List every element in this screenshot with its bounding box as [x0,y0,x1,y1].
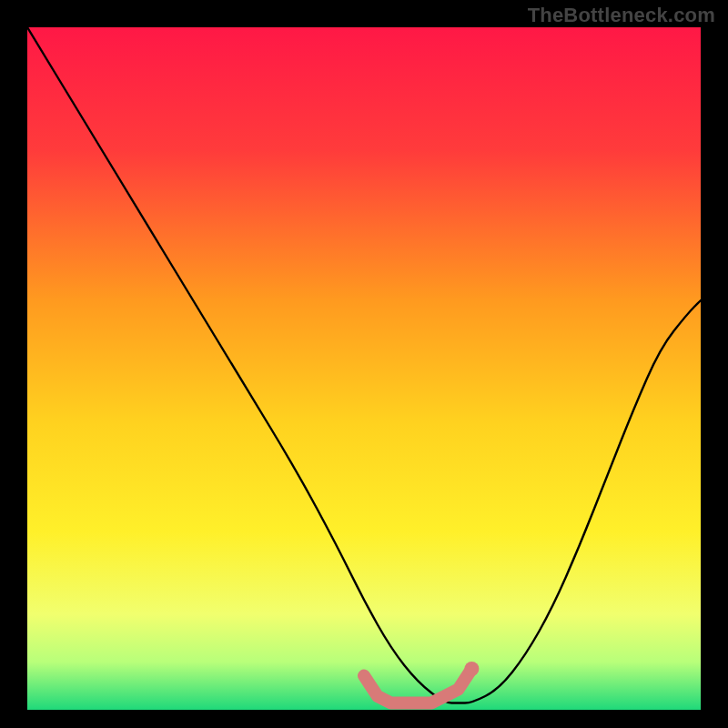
chart-plot-area [27,27,701,710]
marker-dot [464,662,479,676]
chart-background [27,27,701,710]
chart-svg [27,27,701,710]
chart-frame: TheBottleneck.com [0,0,728,728]
watermark-text: TheBottleneck.com [528,4,715,27]
